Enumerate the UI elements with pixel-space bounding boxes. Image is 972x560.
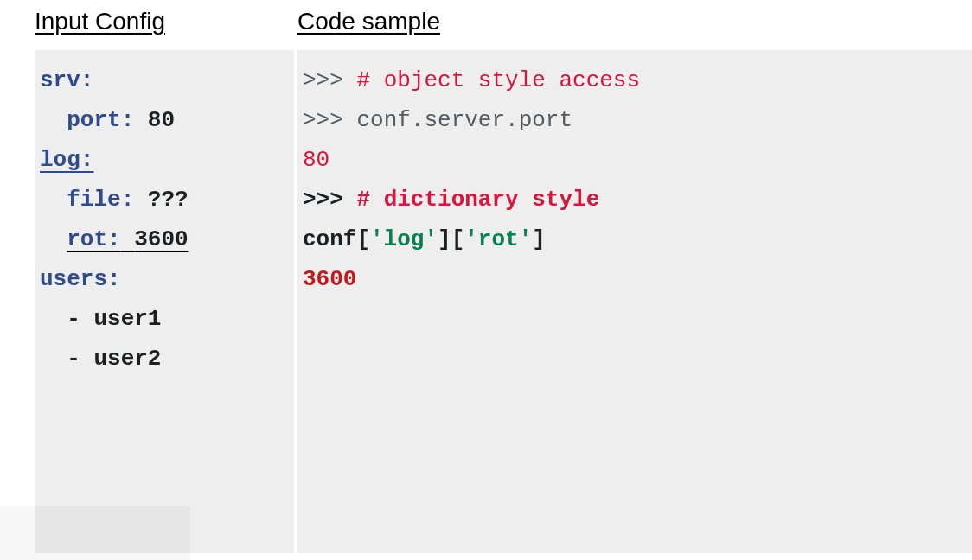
user2: user2 <box>93 346 161 372</box>
comment-2: # dictionary style <box>356 187 599 213</box>
key-file: file: <box>67 187 134 213</box>
col-input-config: Input Config srv: port: 80 log: file: ??… <box>35 0 294 560</box>
code-sample-block: >>> # object style access >>> conf.serve… <box>297 50 972 553</box>
val-file: ??? <box>148 187 189 213</box>
user-dash-1: - <box>67 306 93 332</box>
col-code-sample: Code sample >>> # object style access >>… <box>297 0 937 560</box>
prompt-1: >>> <box>303 67 356 93</box>
input-config-block: srv: port: 80 log: file: ??? rot: 3600 u… <box>35 50 294 553</box>
expr-d: 'rot' <box>464 226 532 252</box>
expr-a: conf[ <box>303 226 370 252</box>
comment-1: # object style access <box>356 67 640 93</box>
heading-code-sample: Code sample <box>297 7 937 36</box>
expr-c: ][ <box>438 226 464 252</box>
expr-e: ] <box>532 226 546 252</box>
output-1: 80 <box>303 147 329 173</box>
key-rot: rot: <box>67 226 120 252</box>
bottom-left-shadow <box>0 506 190 560</box>
user1: user1 <box>93 306 161 332</box>
key-users: users: <box>40 266 121 292</box>
key-port: port: <box>67 107 134 133</box>
output-2: 3600 <box>303 266 356 292</box>
line-2: conf.server.port <box>356 107 572 133</box>
val-rot: 3600 <box>134 226 188 252</box>
key-log: log: <box>40 147 93 173</box>
page: Input Config srv: port: 80 log: file: ??… <box>0 0 972 560</box>
prompt-2: >>> <box>303 107 356 133</box>
user-dash-2: - <box>67 346 93 372</box>
expr-b: 'log' <box>370 226 438 252</box>
val-port: 80 <box>148 107 175 133</box>
key-srv: srv: <box>40 67 93 93</box>
heading-input-config: Input Config <box>35 7 294 36</box>
prompt-3: >>> <box>303 187 356 213</box>
